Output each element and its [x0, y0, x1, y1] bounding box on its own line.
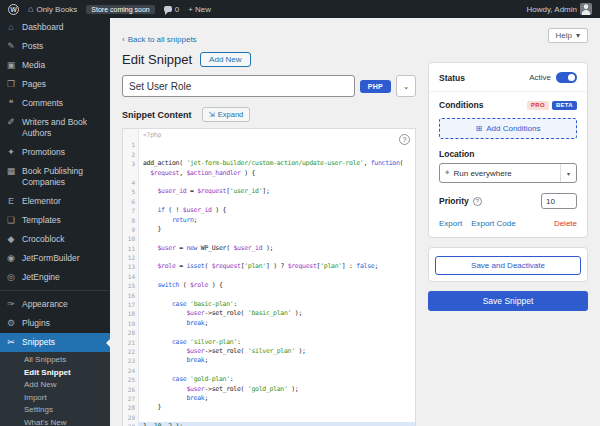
priority-help-icon[interactable]: ?: [473, 197, 482, 206]
code-line[interactable]: 5 $user_id = $request['user_id'];: [123, 187, 415, 196]
code-line[interactable]: 1: [123, 140, 415, 149]
submenu-item-edit-snippet[interactable]: Edit Snippet: [0, 367, 110, 380]
line-number: 19: [123, 319, 138, 328]
save-and-deactivate-button[interactable]: Save and Deactivate: [435, 256, 581, 275]
code-line[interactable]: 8 return;: [123, 216, 415, 225]
comments-menu[interactable]: 0: [164, 5, 179, 14]
code-type-dropdown-button[interactable]: ⌄: [396, 75, 416, 97]
code-line[interactable]: 13 $role = isset( $request['plan'] ) ? $…: [123, 262, 415, 271]
code-line[interactable]: 22 $user->set_role( 'silver_plan' );: [123, 347, 415, 356]
add-conditions-button[interactable]: ⊞ Add Conditions: [439, 118, 577, 139]
wordpress-logo-icon[interactable]: W: [8, 4, 19, 15]
conditions-label: Conditions: [439, 100, 483, 110]
export-code-link[interactable]: Export Code: [471, 219, 515, 228]
code-line[interactable]: 24: [123, 366, 415, 375]
sidebar-item-snippets[interactable]: ✂Snippets: [0, 333, 110, 352]
account-menu[interactable]: Howdy, Admin: [526, 3, 592, 15]
conditions-badges: PRO BETA: [527, 101, 577, 110]
sidebar-item-jetengine[interactable]: ◎JetEngine: [0, 268, 110, 287]
comments-icon: ❝: [6, 98, 16, 109]
sidebar-item-crocoblock[interactable]: ◆Crocoblock: [0, 230, 110, 249]
line-number: 4: [123, 178, 138, 187]
code-line[interactable]: 7 if ( ! $user_id ) {: [123, 206, 415, 215]
status-toggle[interactable]: [556, 72, 577, 83]
code-line[interactable]: 21 case 'silver-plan':: [123, 338, 415, 347]
code-line[interactable]: 16: [123, 291, 415, 300]
code-editor[interactable]: <?php123add_action( 'jet-form-builder/cu…: [122, 128, 416, 426]
code-line[interactable]: 9 }: [123, 225, 415, 234]
line-number: 3: [123, 159, 138, 168]
code-line[interactable]: 19 break;: [123, 319, 415, 328]
sidebar-item-media[interactable]: ▣Media: [0, 56, 110, 75]
code-line[interactable]: <?php: [123, 131, 415, 140]
submenu-item-import[interactable]: Import: [0, 392, 110, 405]
code-line[interactable]: 2: [123, 150, 415, 159]
submenu-item-what-s-new[interactable]: What's New: [0, 417, 110, 426]
code-line[interactable]: 28 }: [123, 403, 415, 412]
sidebar-item-comments[interactable]: ❝Comments: [0, 94, 110, 113]
line-number: 25: [123, 375, 138, 384]
submenu-item-all-snippets[interactable]: All Snippets: [0, 354, 110, 367]
new-menu[interactable]: + New: [188, 5, 211, 14]
line-number: 5: [123, 187, 138, 196]
code-line[interactable]: 14: [123, 272, 415, 281]
export-link[interactable]: Export: [439, 219, 462, 228]
location-icon: ⌖: [445, 168, 450, 178]
chevron-down-icon: ▾: [560, 164, 576, 182]
crocoblock-icon: ◆: [6, 234, 16, 245]
submenu-item-settings[interactable]: Settings: [0, 404, 110, 417]
posts-icon: ✎: [6, 41, 16, 52]
chevron-down-icon: ⌄: [403, 82, 410, 91]
add-new-button[interactable]: Add New: [200, 52, 250, 67]
code-text: [138, 234, 415, 243]
code-line[interactable]: 25 case 'gold-plan':: [123, 375, 415, 384]
code-text: [138, 413, 415, 422]
code-line[interactable]: 26 $user->set_role( 'gold_plan' );: [123, 385, 415, 394]
snippet-title-input[interactable]: [122, 75, 355, 97]
expand-button[interactable]: ⇲ Expand: [202, 107, 251, 122]
code-line[interactable]: 3add_action( 'jet-form-builder/custom-ac…: [123, 159, 415, 168]
line-number: 29: [123, 413, 138, 422]
status-label: Status: [439, 73, 465, 83]
sidebar-item-jetformbuilder[interactable]: ◉JetFormBuilder: [0, 249, 110, 268]
sidebar-item-promotions[interactable]: ✦Promotions: [0, 143, 110, 162]
code-line[interactable]: 23 break;: [123, 356, 415, 365]
code-line[interactable]: 12: [123, 253, 415, 262]
code-line[interactable]: 4: [123, 178, 415, 187]
back-link[interactable]: ‹ Back to all snippets: [122, 35, 197, 44]
sidebar-item-appearance[interactable]: ✑Appearance: [0, 295, 110, 314]
code-line[interactable]: 11 $user = new WP_User( $user_id );: [123, 244, 415, 253]
submenu-item-add-new[interactable]: Add New: [0, 379, 110, 392]
sidebar-item-writers-and-book-authors[interactable]: ✐Writers and Book Authors: [0, 113, 110, 143]
code-line[interactable]: 15 switch ( $role ) {: [123, 281, 415, 290]
sidebar-item-book-publishing-companies[interactable]: ▦Book Publishing Companies: [0, 162, 110, 192]
help-button[interactable]: Help ▾: [548, 28, 588, 43]
code-line[interactable]: 27 break;: [123, 394, 415, 403]
location-select[interactable]: ⌖ Run everywhere ▾: [439, 163, 577, 183]
code-line[interactable]: $request, $action_handler ) {: [123, 169, 415, 178]
code-text: break;: [138, 356, 415, 365]
code-line[interactable]: 10: [123, 234, 415, 243]
beta-badge: BETA: [552, 101, 577, 110]
editor-help-icon[interactable]: ?: [399, 134, 410, 145]
code-line[interactable]: 18 $user->set_role( 'basic_plan' );: [123, 309, 415, 318]
delete-link[interactable]: Delete: [554, 219, 577, 228]
book-publishing-companies-icon: ▦: [6, 166, 16, 177]
code-line[interactable]: 30}, 10, 2 );: [123, 422, 415, 426]
sidebar-item-pages[interactable]: ❐Pages: [0, 75, 110, 94]
sidebar-item-plugins[interactable]: ⚙Plugins: [0, 314, 110, 333]
priority-input[interactable]: [541, 193, 577, 209]
sidebar-item-elementor[interactable]: EElementor: [0, 192, 110, 211]
sidebar-item-dashboard[interactable]: ⌂Dashboard: [0, 18, 110, 37]
code-text: $user->set_role( 'basic_plan' );: [138, 309, 415, 318]
code-line[interactable]: 20: [123, 328, 415, 337]
site-name-menu[interactable]: ⌂ Only Books: [28, 5, 77, 14]
save-snippet-button[interactable]: Save Snippet: [428, 291, 588, 311]
sidebar-item-posts[interactable]: ✎Posts: [0, 37, 110, 56]
code-line[interactable]: 6: [123, 197, 415, 206]
code-line[interactable]: 17 case 'basic-plan':: [123, 300, 415, 309]
code-line[interactable]: 29: [123, 413, 415, 422]
sidebar-item-templates[interactable]: ❏Templates: [0, 211, 110, 230]
avatar: [580, 3, 592, 15]
code-text: }: [138, 403, 415, 412]
